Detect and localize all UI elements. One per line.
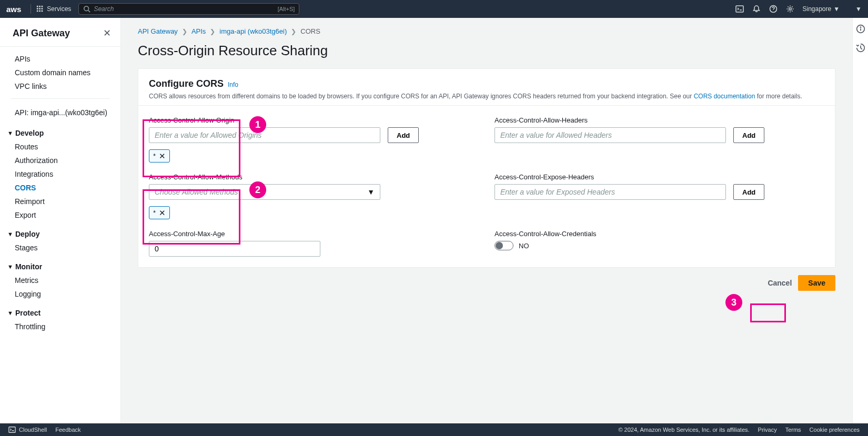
sidebar-item-stages[interactable]: Stages [0,241,120,255]
gear-icon[interactable] [786,5,794,13]
allow-headers-group: Access-Control-Allow-Headers Add [494,116,824,163]
info-link[interactable]: Info [228,81,238,88]
chip-value: * [153,209,156,217]
copyright-text: © 2024, Amazon Web Services, Inc. or its… [618,427,749,433]
caret-down-icon: ▼ [833,5,840,13]
svg-line-10 [88,11,90,13]
allow-methods-select[interactable]: Choose Allowed Methods ▼ [149,184,380,200]
caret-down-icon: ▼ [7,263,13,270]
clock-icon[interactable] [856,43,865,53]
svg-rect-4 [39,8,41,9]
sidebar-item-logging[interactable]: Logging [0,287,120,301]
methods-chip: * ✕ [149,206,170,219]
search-icon [83,5,90,13]
sidebar-item-integrations[interactable]: Integrations [0,167,120,181]
expose-headers-group: Access-Control-Expose-Headers Add [494,173,824,219]
caret-down-icon: ▼ [367,188,375,196]
svg-rect-5 [42,8,43,9]
sidebar-item-custom-domain[interactable]: Custom domain names [0,66,120,79]
top-nav: aws Services Search [Alt+S] Singapore ▼ … [0,0,868,18]
breadcrumb-link[interactable]: APIs [191,27,206,35]
help-icon[interactable] [769,5,778,13]
sidebar-item-cors[interactable]: CORS [0,181,120,195]
section-label: Monitor [15,262,42,271]
max-age-input[interactable] [149,241,320,257]
select-placeholder: Choose Allowed Methods [155,188,238,196]
global-search[interactable]: Search [Alt+S] [78,3,299,15]
caret-down-icon: ▼ [7,130,13,136]
cors-config-panel: Configure CORS Info CORS allows resource… [138,68,835,268]
services-menu[interactable]: Services [36,5,71,13]
remove-chip-icon[interactable]: ✕ [159,209,166,217]
cors-docs-link[interactable]: CORS documentation [694,93,755,100]
region-label: Singapore [803,5,832,13]
svg-point-9 [84,6,89,11]
credentials-value: NO [519,242,529,250]
add-origin-button[interactable]: Add [388,127,419,143]
account-menu[interactable]: ▼ [855,5,862,13]
allow-origin-label: Access-Control-Allow-Origin [149,116,479,124]
bottom-bar: CloudShell Feedback © 2024, Amazon Web S… [0,423,868,436]
chevron-right-icon: ❯ [291,28,296,35]
tools-rail [852,18,868,423]
sidebar-item-apis[interactable]: APIs [0,52,120,66]
grid-icon [36,5,44,13]
cancel-button[interactable]: Cancel [768,275,792,291]
max-age-label: Access-Control-Max-Age [149,230,479,238]
chevron-right-icon: ❯ [182,28,187,35]
chevron-right-icon: ❯ [210,28,215,35]
close-icon[interactable]: ✕ [103,27,111,39]
services-label: Services [47,5,71,13]
add-headers-button[interactable]: Add [733,127,764,143]
expose-headers-input[interactable] [494,184,726,200]
terms-link[interactable]: Terms [785,427,801,433]
region-selector[interactable]: Singapore ▼ [803,5,840,13]
svg-rect-8 [42,11,43,12]
cookie-prefs-link[interactable]: Cookie preferences [810,427,860,433]
section-label: Deploy [15,230,40,238]
svg-rect-11 [736,6,743,12]
sidebar-item-vpc-links[interactable]: VPC links [0,79,120,93]
breadcrumb-current: CORS [300,27,320,35]
svg-rect-3 [37,8,38,9]
sidebar-item-metrics[interactable]: Metrics [0,273,120,287]
cloudshell-icon [8,426,16,433]
sidebar-item-export[interactable]: Export [0,208,120,222]
action-row: Cancel Save [138,275,835,291]
svg-point-13 [789,8,791,10]
sidebar-section-deploy[interactable]: ▼ Deploy [0,227,120,241]
cloudshell-icon[interactable] [735,5,744,13]
add-expose-headers-button[interactable]: Add [733,184,764,200]
allow-credentials-label: Access-Control-Allow-Credentials [494,230,824,238]
sidebar-section-develop[interactable]: ▼ Develop [0,126,120,140]
breadcrumb: API Gateway ❯ APIs ❯ imga-api (wko03tg6e… [138,18,835,39]
sidebar-separator [11,98,110,99]
info-icon[interactable] [856,24,865,34]
allow-headers-input[interactable] [494,127,726,143]
panel-description-pre: CORS allows resources from different dom… [149,93,694,100]
svg-rect-17 [9,427,15,433]
credentials-toggle[interactable] [494,241,513,250]
sidebar-item-reimport[interactable]: Reimport [0,195,120,208]
feedback-link[interactable]: Feedback [55,427,80,433]
cloudshell-link[interactable]: CloudShell [8,426,47,433]
search-placeholder: Search [94,5,114,13]
expose-headers-label: Access-Control-Expose-Headers [494,173,824,181]
privacy-link[interactable]: Privacy [758,427,777,433]
breadcrumb-link[interactable]: imga-api (wko03tg6ei) [219,27,287,35]
panel-description-post: for more details. [755,93,802,100]
sidebar-item-throttling[interactable]: Throttling [0,320,120,333]
origin-chip: * ✕ [149,149,170,163]
allow-origin-input[interactable] [149,127,380,143]
bell-icon[interactable] [752,5,761,13]
save-button[interactable]: Save [798,275,835,291]
sidebar-item-routes[interactable]: Routes [0,140,120,154]
max-age-group: Access-Control-Max-Age [149,230,479,257]
aws-logo[interactable]: aws [6,5,21,14]
remove-chip-icon[interactable]: ✕ [159,152,166,160]
breadcrumb-link[interactable]: API Gateway [138,27,178,35]
sidebar-item-authorization[interactable]: Authorization [0,154,120,167]
sidebar-section-monitor[interactable]: ▼ Monitor [0,260,120,273]
svg-rect-6 [37,11,38,12]
sidebar-section-protect[interactable]: ▼ Protect [0,306,120,320]
